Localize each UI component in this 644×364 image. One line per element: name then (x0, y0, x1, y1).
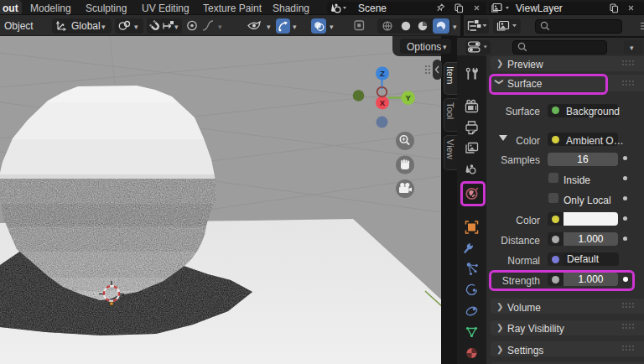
svg-text:X: X (380, 98, 386, 107)
svg-text:Z: Z (380, 69, 385, 78)
svg-text:Y: Y (406, 93, 412, 102)
